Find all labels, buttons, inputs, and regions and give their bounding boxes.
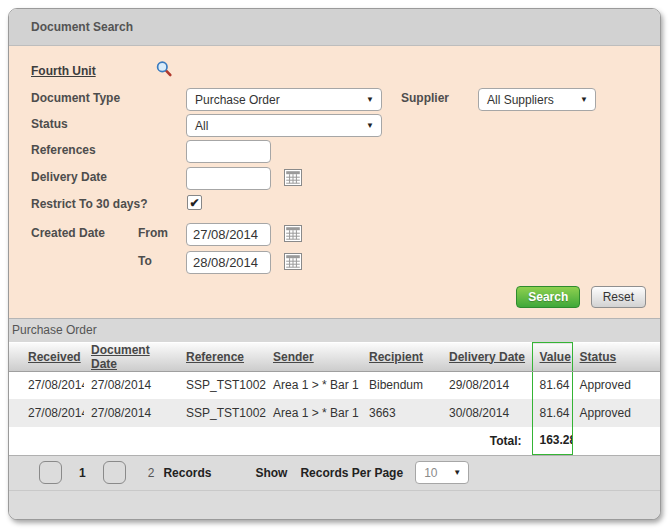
cell-recipient: Bibendum <box>362 371 442 399</box>
col-header-status: Status <box>572 343 660 372</box>
cell-status: Approved <box>572 399 660 427</box>
cell-sender: Area 1 > * Bar 1 <box>266 399 362 427</box>
restrict-30-days-checkbox[interactable]: ✔ <box>187 195 202 210</box>
created-from-label: From <box>138 226 168 240</box>
col-header-reference: Reference <box>179 343 266 372</box>
col-header-value: Value <box>532 343 572 372</box>
created-from-input[interactable] <box>186 223 271 246</box>
created-from-calendar-icon[interactable] <box>284 225 302 242</box>
cell-value: 81.64 <box>532 371 572 399</box>
panel-titlebar: Document Search <box>9 9 660 46</box>
col-header-recipient: Recipient <box>362 343 442 372</box>
chevron-down-icon: ▼ <box>453 468 461 477</box>
panel-footer <box>9 490 660 520</box>
table-row[interactable]: 27/08/2014 27/08/2014 SSP_TST100228 Area… <box>9 399 660 427</box>
panel-title: Document Search <box>31 20 133 34</box>
cell-value: 81.64 <box>532 399 572 427</box>
status-label: Status <box>31 117 68 131</box>
cell-delivery-date: 29/08/2014 <box>442 371 532 399</box>
cell-received: 27/08/2014 <box>9 371 84 399</box>
pagination-bar: 1 2 Records Show Records Per Page 10 ▼ <box>9 455 660 490</box>
col-header-delivery-date: Delivery Date <box>442 343 532 372</box>
unit-search-magnifier-icon[interactable] <box>155 60 173 78</box>
total-value: 163.28 <box>532 427 572 454</box>
supplier-label: Supplier <box>401 91 449 105</box>
col-header-document-date: Document Date <box>84 343 179 372</box>
prev-page-button[interactable] <box>39 461 62 484</box>
cell-status: Approved <box>572 371 660 399</box>
created-to-input[interactable] <box>186 251 271 274</box>
results-table: Received Document Date Reference Sender … <box>9 342 660 455</box>
reset-button[interactable]: Reset <box>591 286 646 308</box>
supplier-select[interactable]: All Suppliers ▼ <box>478 88 596 111</box>
cell-document-date: 27/08/2014 <box>84 371 179 399</box>
chevron-down-icon: ▼ <box>366 95 374 104</box>
checkbox-check-icon: ✔ <box>189 196 199 210</box>
created-to-calendar-icon[interactable] <box>284 253 302 270</box>
status-select[interactable]: All ▼ <box>186 114 382 137</box>
table-header-row: Received Document Date Reference Sender … <box>9 343 660 372</box>
total-label: Total: <box>442 427 532 454</box>
cell-recipient: 3663 <box>362 399 442 427</box>
document-type-label: Document Type <box>31 91 120 105</box>
document-type-select[interactable]: Purchase Order ▼ <box>186 88 382 111</box>
status-value: All <box>195 119 208 133</box>
current-page-number[interactable]: 1 <box>79 466 86 480</box>
results-section-header: Purchase Order <box>9 318 660 342</box>
chevron-down-icon: ▼ <box>366 121 374 130</box>
supplier-value: All Suppliers <box>487 93 554 107</box>
created-date-label: Created Date <box>31 226 105 240</box>
chevron-down-icon: ▼ <box>580 95 588 104</box>
col-header-received: Received <box>9 343 84 372</box>
records-per-page-value: 10 <box>424 466 437 480</box>
col-header-sender: Sender <box>266 343 362 372</box>
record-count: 2 <box>148 466 155 480</box>
delivery-date-label: Delivery Date <box>31 170 107 184</box>
form-buttons: Search Reset <box>516 286 646 308</box>
records-per-page-select[interactable]: 10 ▼ <box>415 461 469 484</box>
cell-delivery-date: 30/08/2014 <box>442 399 532 427</box>
created-to-label: To <box>138 254 152 268</box>
delivery-date-input[interactable] <box>186 167 271 190</box>
cell-received: 27/08/2014 <box>9 399 84 427</box>
delivery-date-calendar-icon[interactable] <box>284 169 302 186</box>
fourth-unit-link[interactable]: Fourth Unit <box>31 64 96 78</box>
total-row: Total: 163.28 <box>9 427 660 454</box>
search-form: Fourth Unit Document Type Purchase Order… <box>9 46 660 318</box>
references-input[interactable] <box>186 140 271 163</box>
cell-sender: Area 1 > * Bar 1 <box>266 371 362 399</box>
cell-reference: SSP_TST100229 <box>179 371 266 399</box>
show-label: Show <box>255 466 287 480</box>
restrict-30-days-label: Restrict To 30 days? <box>31 197 147 211</box>
document-type-value: Purchase Order <box>195 93 280 107</box>
cell-document-date: 27/08/2014 <box>84 399 179 427</box>
table-row[interactable]: 27/08/2014 27/08/2014 SSP_TST100229 Area… <box>9 371 660 399</box>
search-button[interactable]: Search <box>516 286 580 308</box>
references-label: References <box>31 143 96 157</box>
document-search-panel: Document Search Fourth Unit Document Typ… <box>8 8 661 520</box>
results-section-title: Purchase Order <box>12 323 97 337</box>
next-page-button[interactable] <box>103 461 126 484</box>
records-label: Records <box>163 466 211 480</box>
cell-reference: SSP_TST100228 <box>179 399 266 427</box>
records-per-page-label: Records Per Page <box>300 466 403 480</box>
